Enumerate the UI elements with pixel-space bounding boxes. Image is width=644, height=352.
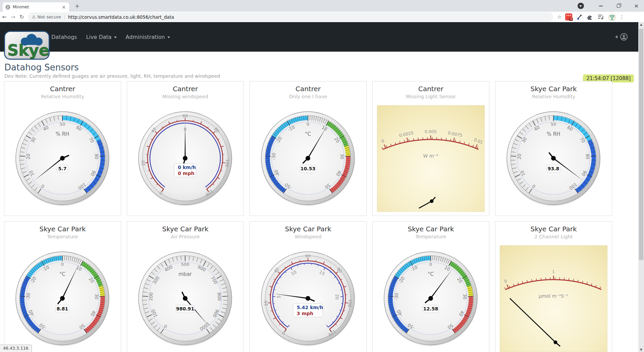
logo-text: Skye [7, 41, 49, 59]
bookmark-star-icon[interactable]: ☆ [557, 14, 561, 20]
svg-text:60: 60 [182, 113, 188, 118]
page-title: Datahog Sensors [4, 62, 644, 72]
gauge-sensor: Temperature [4, 234, 121, 239]
radial-gauge-canvas: 0102030405060708090100% RH93.8 [503, 108, 604, 209]
svg-text:5: 5 [276, 295, 281, 298]
radial-gauge-canvas: -50-40-30-20-1001020304050°C10.53 [258, 108, 358, 209]
globe-favicon-icon [5, 5, 10, 10]
browser-profile-icon[interactable] [578, 3, 584, 9]
chevron-down-icon [167, 37, 170, 38]
gauge-station: Cantrer [4, 85, 121, 93]
new-tab-button[interactable]: + [73, 2, 81, 10]
gauge-sensor: Windspeed [250, 234, 366, 239]
gauge-card: Skye Car Park2 Channel Light01µmol m⁻²S⁻… [495, 221, 612, 352]
svg-text:0: 0 [61, 262, 64, 267]
svg-text:20: 20 [140, 160, 146, 166]
light-gauge-canvas: 00.00250.0050.00750.01W m⁻² [377, 105, 485, 212]
svg-text:% RH: % RH [547, 131, 560, 137]
not-secure-warning-icon[interactable]: ⚠ [32, 14, 36, 19]
gauge-sensor: 2 Channel Light [495, 234, 612, 239]
adblock-extension-icon[interactable]: 16 [565, 13, 572, 20]
browser-menu-icon[interactable]: ⋮ [619, 14, 624, 20]
svg-text:°C: °C [428, 271, 434, 277]
skye-logo[interactable]: Skye [4, 31, 50, 60]
svg-text:0 mph: 0 mph [178, 171, 194, 176]
svg-text:-30: -30 [271, 153, 276, 160]
playlist-extension-icon[interactable] [597, 13, 604, 20]
dev-note: Dev Note: Currently defined guages are a… [4, 73, 644, 79]
close-window-button[interactable]: × [634, 0, 639, 12]
nav-link-datahogs[interactable]: Datahogs [51, 34, 77, 40]
gauge-station: Cantrer [373, 85, 489, 93]
gauge-card: CantrerOnly one I have-50-40-30-20-10010… [250, 81, 367, 216]
nav-link-live-data[interactable]: Live Data [86, 34, 117, 40]
svg-text:mbar: mbar [178, 271, 192, 277]
svg-text:0.005: 0.005 [425, 129, 437, 134]
browser-titlebar: Minimet × + × [0, 0, 644, 12]
eyedropper-extension-icon[interactable] [576, 13, 583, 20]
svg-text:20: 20 [263, 300, 269, 306]
svg-text:°C: °C [59, 271, 65, 277]
reload-button[interactable]: ↻ [17, 14, 26, 20]
svg-text:800: 800 [217, 292, 222, 301]
svg-text:30: 30 [94, 294, 99, 299]
light-gauge-canvas: 01µmol m⁻²S⁻¹ [500, 245, 607, 352]
gauge-card: CantrerMissing Light Sensor00.00250.0050… [372, 81, 489, 216]
wind-gauge-canvas: 02040608010012051015205.42 km/h3 mph [258, 248, 358, 349]
browser-tab[interactable]: Minimet × [3, 2, 69, 12]
page-header: Datahog Sensors Dev Note: Currently defi… [0, 62, 644, 79]
user-account-icon[interactable] [620, 33, 628, 41]
gauge-card: CantrerRelative Humidity0102030405060708… [4, 81, 121, 216]
scroll-up-icon[interactable]: ▲ [638, 23, 644, 26]
svg-text:0 km/h: 0 km/h [178, 165, 196, 170]
svg-text:500: 500 [181, 262, 190, 267]
restore-button[interactable] [617, 4, 620, 8]
url-text[interactable]: http://corvus.smartdata.co.uk:8056/chart… [68, 14, 174, 20]
radial-gauge-canvas: 01002003004005006007008009001000mbar980.… [135, 248, 235, 349]
scrollbar-thumb[interactable] [639, 29, 643, 260]
not-secure-label[interactable]: Not secure [38, 14, 61, 19]
browser-toolbar: ← → ↻ ⚠ Not secure http://corvus.smartda… [0, 12, 644, 22]
scroll-down-icon[interactable]: ▼ [638, 348, 644, 351]
gauge-station: Skye Car Park [373, 225, 489, 233]
nav-link-administration[interactable]: Administration [126, 34, 170, 40]
gauge-card: CantrerMissing windspeed0204060801001200… [127, 81, 244, 216]
gauge-station: Cantrer [127, 85, 244, 93]
svg-text:200: 200 [148, 292, 154, 301]
gauge-card: Skye Car ParkTemperature-50-40-30-20-100… [372, 221, 489, 352]
collapse-left-icon[interactable] [615, 35, 618, 39]
forward-button[interactable]: → [9, 14, 17, 20]
gauge-card: Skye Car ParkTemperature-50-40-30-20-100… [4, 221, 121, 352]
gauge-card: Skye Car ParkAir Pressure010020030040050… [127, 221, 244, 352]
svg-text:W m⁻²: W m⁻² [423, 153, 438, 159]
gauge-station: Skye Car Park [4, 225, 121, 233]
svg-text:-30: -30 [25, 293, 31, 300]
radial-gauge-canvas: 0102030405060708090100% RH5.7 [12, 108, 113, 209]
svg-text:% RH: % RH [56, 131, 69, 137]
minimize-button[interactable] [599, 6, 603, 6]
tab-close-icon[interactable]: × [61, 4, 66, 10]
gauge-sensor: Relative Humidity [495, 94, 612, 99]
svg-text:50: 50 [551, 122, 556, 127]
svg-text:50: 50 [60, 122, 65, 127]
gauge-card: Skye Car ParkWindspeed020406080100120510… [250, 221, 367, 352]
svg-text:µmol m⁻²S⁻¹: µmol m⁻²S⁻¹ [539, 293, 568, 299]
svg-text:100: 100 [347, 299, 353, 307]
address-bar[interactable]: ⚠ Not secure http://corvus.smartdata.co.… [28, 12, 553, 22]
svg-text:°C: °C [305, 131, 311, 137]
chevron-down-icon [114, 37, 117, 38]
radial-gauge-canvas: -50-40-30-20-1001020304050°C12.58 [380, 248, 481, 349]
svg-text:8.81: 8.81 [57, 306, 68, 311]
svg-text:100: 100 [224, 159, 230, 167]
gauge-sensor: Temperature [373, 234, 489, 239]
svg-text:5.42 km/h: 5.42 km/h [297, 305, 323, 310]
address-divider [64, 14, 65, 19]
gauge-sensor: Only one I have [250, 94, 366, 99]
profile-avatar[interactable] [608, 13, 615, 20]
page-scrollbar[interactable]: ▲ ▼ [638, 22, 644, 352]
wind-gauge-canvas: 02040608010012000 km/h0 mph [135, 108, 235, 209]
tab-title: Minimet [13, 5, 61, 9]
svg-text:3 mph: 3 mph [297, 311, 313, 316]
extensions-puzzle-icon[interactable] [587, 13, 594, 20]
back-button[interactable]: ← [0, 14, 9, 20]
